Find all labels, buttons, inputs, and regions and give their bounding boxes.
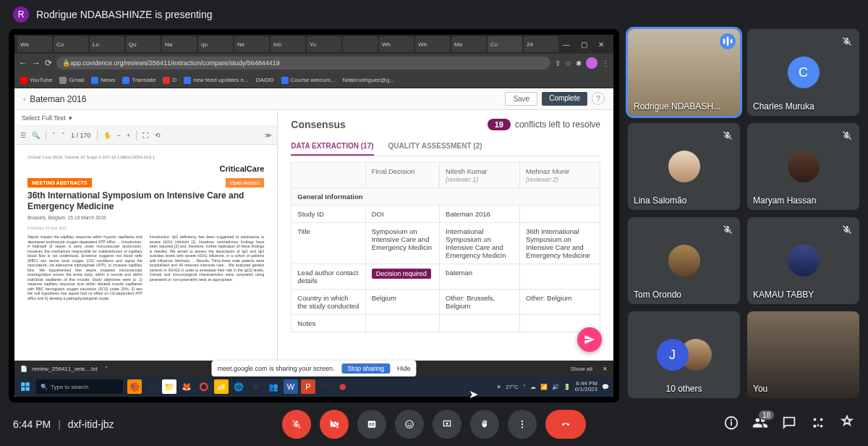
browser-tab[interactable]: Me bbox=[451, 36, 486, 52]
browser-tab[interactable]: We bbox=[17, 36, 52, 52]
participant-tile[interactable]: KAMAU TABBY bbox=[747, 217, 859, 304]
browser-menu-icon[interactable]: ⋮ bbox=[602, 59, 609, 67]
people-button[interactable]: 18 bbox=[752, 415, 768, 434]
participant-tile[interactable]: Maryam Hassan bbox=[747, 123, 859, 210]
taskbar-app[interactable]: W bbox=[284, 379, 298, 394]
bookmark-item[interactable]: DAIDD bbox=[256, 77, 274, 83]
taskbar-app[interactable]: 👥 bbox=[266, 379, 281, 394]
end-call-button[interactable] bbox=[545, 410, 586, 439]
hide-sharing-button[interactable]: Hide bbox=[397, 365, 411, 372]
bookmark-item[interactable]: YouTube bbox=[20, 77, 52, 84]
complete-button[interactable]: Complete bbox=[542, 92, 587, 106]
mic-button[interactable] bbox=[282, 410, 311, 439]
taskbar-app[interactable]: 🏀 bbox=[127, 379, 142, 394]
meeting-info-button[interactable] bbox=[723, 415, 739, 434]
help-icon[interactable]: ? bbox=[592, 92, 605, 105]
taskbar-app[interactable]: 📁 bbox=[162, 379, 176, 394]
browser-tab[interactable]: 24 bbox=[524, 36, 558, 52]
participant-tile[interactable]: Lina Salomão bbox=[628, 123, 740, 210]
host-controls-button[interactable] bbox=[839, 415, 855, 434]
taskbar-app[interactable]: 🦊 bbox=[179, 379, 194, 394]
pdf-next-icon[interactable]: ˅ bbox=[61, 132, 65, 139]
browser-tab[interactable]: Wh bbox=[415, 36, 450, 52]
bookmark-item[interactable]: Gmail bbox=[59, 77, 84, 84]
url-field[interactable]: 🔒 app.covidence.org/reviews/256411/extra… bbox=[56, 56, 550, 70]
participant-tile[interactable]: C Charles Muruka bbox=[747, 29, 859, 116]
window-minimize[interactable]: — bbox=[560, 41, 573, 49]
pdf-hand-icon[interactable]: ✋ bbox=[103, 132, 111, 139]
back-chevron-icon[interactable]: ‹ bbox=[23, 95, 25, 103]
bookmark-item[interactable]: Course welcom... bbox=[281, 77, 336, 84]
tray-volume-icon[interactable]: 🔊 bbox=[552, 384, 559, 390]
taskbar-app[interactable]: P bbox=[301, 379, 315, 394]
raise-hand-button[interactable] bbox=[470, 410, 499, 439]
pdf-page-current[interactable]: 1 bbox=[71, 132, 75, 139]
taskbar-app[interactable]: EN bbox=[318, 379, 333, 394]
nav-back-icon[interactable]: ← bbox=[19, 58, 27, 68]
extension-icon[interactable]: ✱ bbox=[576, 59, 582, 67]
browser-tab[interactable]: Yo bbox=[307, 36, 341, 52]
tab-data-extraction[interactable]: DATA EXTRACTION (17) bbox=[291, 138, 373, 156]
close-icon[interactable]: ✕ bbox=[603, 366, 608, 372]
self-tile[interactable]: You bbox=[747, 311, 859, 398]
taskbar-app[interactable]: 📁 bbox=[214, 379, 229, 394]
chevron-down-icon[interactable]: ˅ bbox=[105, 366, 108, 372]
taskbar-app[interactable]: ⬣ bbox=[336, 379, 350, 394]
browser-tab[interactable]: Co bbox=[488, 36, 522, 52]
nav-reload-icon[interactable]: ⟳ bbox=[45, 58, 52, 68]
bookmark-item[interactable]: Translate bbox=[122, 77, 156, 84]
window-close[interactable]: ✕ bbox=[595, 41, 608, 49]
pdf-fit-icon[interactable]: ⛶ bbox=[142, 132, 149, 139]
bookmark-item[interactable]: Ndabrodriguez@g... bbox=[342, 77, 394, 83]
tray-cloud-icon[interactable]: ☁ bbox=[530, 384, 536, 390]
participant-overflow-tile[interactable]: J 10 others bbox=[628, 311, 740, 398]
share-icon[interactable]: ⇪ bbox=[555, 59, 561, 67]
captions-button[interactable] bbox=[357, 410, 386, 439]
window-maximize[interactable]: ▢ bbox=[577, 41, 590, 49]
save-button[interactable]: Save bbox=[505, 92, 537, 106]
pdf-rotate-icon[interactable]: ⟲ bbox=[155, 132, 161, 139]
browser-tab[interactable]: Lo bbox=[90, 36, 124, 52]
tray-battery-icon[interactable]: 🔋 bbox=[563, 384, 571, 390]
star-icon[interactable]: ☆ bbox=[565, 59, 571, 67]
taskbar-app[interactable]: 🗔 bbox=[145, 379, 159, 394]
tab-quality-assessment[interactable]: QUALITY ASSESSMENT (2) bbox=[388, 138, 482, 156]
bookmark-item[interactable]: D bbox=[163, 77, 176, 84]
more-options-button[interactable] bbox=[508, 410, 537, 439]
nav-forward-icon[interactable]: → bbox=[32, 58, 41, 68]
pdf-prev-icon[interactable]: ˄ bbox=[52, 132, 56, 139]
bookmark-item[interactable]: new feed updates n... bbox=[184, 77, 249, 84]
participant-tile[interactable]: Tom Orondo bbox=[628, 217, 740, 304]
browser-tab[interactable]: Wh bbox=[379, 36, 414, 52]
chat-button[interactable] bbox=[781, 415, 797, 434]
browser-tab[interactable]: Na bbox=[162, 36, 197, 52]
activities-button[interactable] bbox=[810, 415, 826, 434]
present-button[interactable] bbox=[433, 410, 461, 439]
browser-tab[interactable]: Inb bbox=[271, 36, 305, 52]
taskbar-search[interactable]: 🔍Type to search bbox=[36, 379, 123, 394]
taskbar-app[interactable]: ⭕ bbox=[197, 379, 211, 394]
taskbar-app[interactable]: 🌐 bbox=[231, 379, 246, 394]
show-all-downloads[interactable]: Show all bbox=[571, 366, 592, 372]
weather-icon[interactable]: ☀ bbox=[496, 384, 501, 390]
download-filename[interactable]: review_256411_sele....txt bbox=[32, 366, 98, 372]
browser-tab[interactable]: Ne bbox=[234, 36, 269, 52]
pdf-more-icon[interactable]: ≫ bbox=[265, 132, 271, 139]
pdf-zoomin-icon[interactable]: + bbox=[127, 132, 130, 139]
browser-tab[interactable] bbox=[343, 36, 378, 52]
browser-tab[interactable]: Qu bbox=[126, 36, 161, 52]
decision-required-badge[interactable]: Decision required bbox=[372, 269, 431, 279]
pdf-search-icon[interactable]: 🔍 bbox=[32, 132, 40, 139]
reactions-button[interactable] bbox=[395, 410, 424, 439]
browser-tab[interactable]: Co bbox=[54, 36, 88, 52]
tray-chevron-icon[interactable]: ˄ bbox=[523, 384, 526, 390]
pdf-zoomout-icon[interactable]: − bbox=[117, 132, 121, 139]
profile-icon[interactable] bbox=[586, 57, 597, 69]
pdf-sidebar-icon[interactable]: ☰ bbox=[20, 132, 26, 139]
send-fab[interactable] bbox=[577, 327, 602, 352]
participant-tile[interactable]: Rodrigue NDABASH... bbox=[628, 29, 740, 116]
camera-button[interactable] bbox=[320, 410, 349, 439]
taskbar-app[interactable]: ⬢ bbox=[249, 379, 263, 394]
select-full-text[interactable]: Select Full Text▾ bbox=[14, 110, 277, 126]
bookmark-item[interactable]: News bbox=[91, 77, 115, 84]
